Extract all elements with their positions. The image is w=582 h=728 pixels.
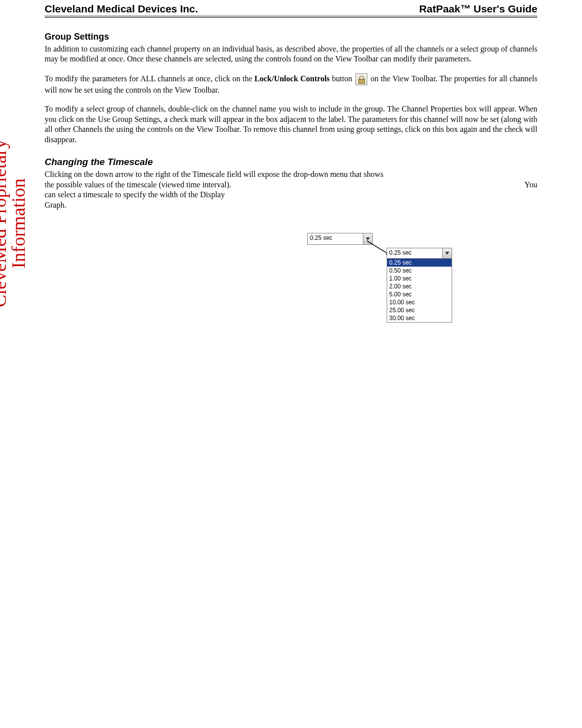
group-settings-p1: In addition to customizing each channel …: [45, 44, 537, 64]
heading-timescale: Changing the Timescale: [45, 157, 537, 168]
group-settings-p3: To modify a select group of channels, do…: [45, 104, 537, 145]
combo-open-value: 0.25 sec: [387, 248, 442, 258]
chevron-down-icon: [445, 252, 449, 255]
group-settings-p2: To modify the parameters for ALL channel…: [45, 73, 537, 95]
combo-option[interactable]: 30.00 sec: [387, 314, 452, 322]
header-divider: [45, 16, 537, 18]
svg-marker-3: [445, 252, 449, 255]
ts-line1: Clicking on the down arrow to the right …: [45, 169, 537, 179]
page-header: Cleveland Medical Devices Inc. RatPaak™ …: [45, 0, 537, 16]
p2-mid: button: [330, 74, 354, 83]
combo-option[interactable]: 0.50 sec: [387, 267, 452, 275]
heading-group-settings: Group Settings: [45, 32, 537, 42]
ts-line4: Graph.: [45, 200, 537, 210]
ts-line3: can select a timescale to specify the wi…: [45, 190, 537, 200]
combo-option[interactable]: 1.00 sec: [387, 275, 452, 282]
lock-unlock-icon[interactable]: [355, 73, 367, 85]
watermark: CleveMed Proprietary Information: [0, 139, 28, 307]
combo-open-dropdown-button[interactable]: [442, 248, 452, 258]
combo-option[interactable]: 25.00 sec: [387, 306, 452, 314]
timescale-combo-closed[interactable]: 0.25 sec: [307, 233, 373, 245]
combo-open-head[interactable]: 0.25 sec: [387, 248, 452, 259]
p2-bold: Lock/Unlock Controls: [254, 74, 330, 83]
combo-closed-value: 0.25 sec: [308, 233, 363, 244]
timescale-combo-open[interactable]: 0.25 sec 0.25 sec 0.50 sec 1.00 sec 2.00…: [387, 248, 452, 323]
watermark-line2: Information: [9, 139, 28, 307]
p2-pre: To modify the parameters for ALL channel…: [45, 74, 254, 83]
combo-option[interactable]: 2.00 sec: [387, 282, 452, 290]
ts-line2-right: You: [524, 180, 537, 190]
header-left: Cleveland Medical Devices Inc.: [45, 3, 198, 15]
combo-option[interactable]: 10.00 sec: [387, 298, 452, 306]
header-right: RatPaak™ User's Guide: [419, 3, 537, 15]
combo-option[interactable]: 5.00 sec: [387, 290, 452, 298]
combo-option[interactable]: 0.25 sec: [387, 259, 452, 267]
combo-option-list: 0.25 sec 0.50 sec 1.00 sec 2.00 sec 5.00…: [387, 259, 452, 322]
watermark-line1: CleveMed Proprietary: [0, 139, 10, 307]
timescale-paragraph: Clicking on the down arrow to the right …: [45, 169, 537, 210]
ts-line2-left: the possible values of the timescale (vi…: [45, 180, 231, 189]
